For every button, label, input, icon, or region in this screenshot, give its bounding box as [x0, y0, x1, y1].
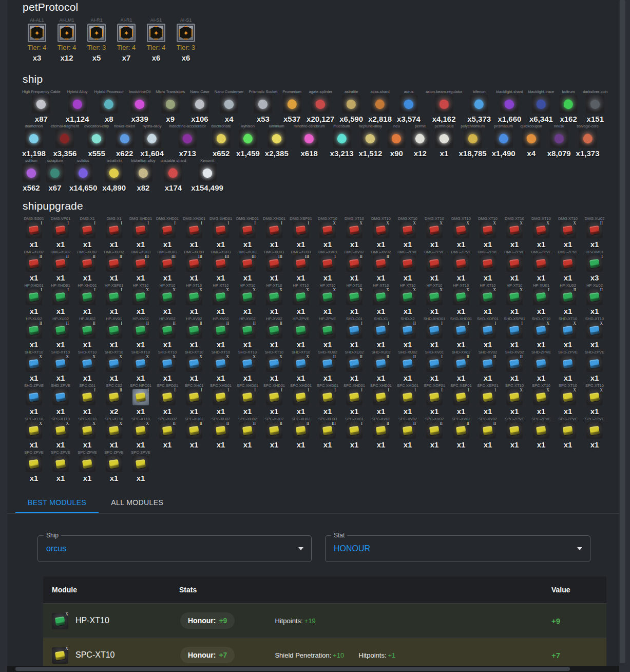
upgrade-item[interactable]: DMG-X1 I x1	[74, 216, 101, 249]
upgrade-item[interactable]: SPC-XHD01 I x1	[288, 383, 314, 416]
upgrade-item[interactable]: SPC-XT10 X x1	[528, 383, 555, 416]
resource-item[interactable]: kyhalon x1,459	[234, 124, 262, 158]
upgrade-item[interactable]: SPC-XHD01 I x1	[314, 383, 341, 416]
upgrade-item[interactable]: HP-XT10 X x1	[368, 283, 394, 315]
upgrade-item[interactable]: DMG-XU02 II x1	[581, 216, 608, 249]
upgrade-item[interactable]: HP-XT10 X x1	[474, 283, 501, 315]
upgrade-item[interactable]: SHD-XT10 X x1	[555, 316, 581, 349]
tab-best-modules[interactable]: BEST MODULES	[15, 491, 99, 513]
upgrade-item[interactable]: SPC-XOF01 I x1	[421, 383, 448, 416]
resource-item[interactable]: InodctrineOil x339	[126, 89, 153, 123]
upgrade-item[interactable]: SHD-XT10 X x1	[528, 316, 555, 349]
upgrade-item[interactable]: SPC-NPC01 I x1	[127, 383, 154, 416]
upgrade-item[interactable]: SPC-XV02 II x1	[394, 417, 421, 449]
upgrade-item[interactable]: SPC-XT10 X x1	[47, 417, 74, 449]
upgrade-item[interactable]: SPC-ZPVE x1	[101, 450, 127, 482]
upgrade-item[interactable]: HP-XT10 X x1	[127, 283, 154, 315]
upgrade-item[interactable]: SPC-XH01 I x1	[181, 383, 207, 416]
upgrade-item[interactable]: SHD-XU02 II x1	[394, 350, 421, 382]
upgrade-item[interactable]: HP-XU02 II x1	[555, 283, 581, 315]
upgrade-item[interactable]: DMG-XV01 I x1	[314, 250, 341, 282]
resource-item[interactable]: Promerium x537	[280, 89, 304, 123]
upgrade-item[interactable]: SHD-XV02 II x1	[501, 350, 528, 382]
upgrade-item[interactable]: DMG-ZPVE x1	[501, 250, 528, 282]
upgrade-item[interactable]: DMG-VP01 I x1	[47, 216, 74, 249]
upgrade-item[interactable]: DMG-XT10 X x1	[501, 216, 528, 249]
upgrade-item[interactable]: SPC-XV02 II x1	[368, 417, 394, 449]
upgrade-item[interactable]: HP-XU01 I x1	[528, 283, 555, 315]
resource-item[interactable]: agate-splinter x20,127	[304, 89, 337, 123]
resource-item[interactable]: mucosum x3,213	[328, 124, 356, 158]
upgrade-item[interactable]: SHD-XV02 II x1	[474, 350, 501, 382]
resource-item[interactable]: diametrion x1,198	[20, 124, 48, 158]
upgrade-item[interactable]: DMG-XU02 II x1	[101, 250, 127, 282]
upgrade-item[interactable]: HP-XV02 II x1	[234, 316, 261, 349]
upgrade-item[interactable]: DMG-XU03 III x1	[127, 250, 154, 282]
resource-item[interactable]: flower-token x622	[111, 124, 138, 158]
upgrade-item[interactable]: DMG-ZPVE x1	[394, 250, 421, 282]
upgrade-item[interactable]: DMG-ZPVE x1	[555, 250, 581, 282]
module-row[interactable]: X SPC-XT10 Honour: +7 Shield Penetration…	[43, 638, 606, 666]
upgrade-item[interactable]: DMG-XU02 II x1	[21, 250, 47, 282]
upgrade-item[interactable]: SPC-XT10 X x1	[127, 417, 154, 449]
upgrade-item[interactable]: SPC-ZPVE x1	[74, 450, 101, 482]
module-row[interactable]: X HP-XT10 Honour: +9 Hitpoints:+19 +9	[43, 604, 606, 638]
upgrade-item[interactable]: SPC-SPD01 I x1	[154, 383, 181, 416]
upgrade-item[interactable]: SPC-ZPVE x1	[501, 417, 528, 449]
resource-item[interactable]: Micro Transistors x9	[153, 89, 187, 123]
resource-item[interactable]: Nano Case x106	[187, 89, 212, 123]
upgrade-item[interactable]: SHD-XU02 II x1	[341, 350, 368, 382]
upgrade-item[interactable]: DMG-XU02 II x1	[74, 250, 101, 282]
upgrade-item[interactable]: SPC-XT10 X x1	[555, 383, 581, 416]
resource-item[interactable]: indoctrine-accelerator x713	[166, 124, 208, 158]
upgrade-item[interactable]: DMG-XU03 III x1	[181, 250, 207, 282]
resource-item[interactable]: Prismatic Socket x53	[246, 89, 280, 123]
ship-select[interactable]: Ship orcus	[37, 535, 312, 562]
upgrade-item[interactable]: HP-XT10 X x1	[341, 283, 368, 315]
upgrade-item[interactable]: SPC-XHD01 I x1	[394, 383, 421, 416]
upgrade-item[interactable]: SPC-XHD01 I x1	[261, 383, 288, 416]
upgrade-item[interactable]: SHD-C01 I x1	[341, 316, 368, 349]
upgrade-item[interactable]: SHD-ZPVE x1	[528, 350, 555, 382]
upgrade-item[interactable]: HP-XT10 X x1	[181, 283, 207, 315]
upgrade-item[interactable]: SPC-XHD01 I x1	[234, 383, 261, 416]
upgrade-item[interactable]: SHD-XU02 II x1	[314, 350, 341, 382]
resource-item[interactable]: schism x562	[20, 158, 43, 192]
upgrade-item[interactable]: HP-XHD01 I x1	[74, 283, 101, 315]
upgrade-item[interactable]: DMG-XT10 X x1	[394, 216, 421, 249]
upgrade-item[interactable]: HP-XU02 II x1	[581, 283, 608, 315]
upgrade-item[interactable]: DMG-XHD01 I x1	[127, 216, 154, 249]
upgrade-item[interactable]: DMG-XV02 II x1	[368, 250, 394, 282]
resource-item[interactable]: unstable-shard x174	[158, 158, 189, 192]
upgrade-item[interactable]: DMG-ZPVE x1	[474, 250, 501, 282]
upgrade-item[interactable]: HP-XV02 II x1	[207, 316, 234, 349]
upgrade-item[interactable]: HP-XT10 X x1	[421, 283, 448, 315]
horizontal-scrollbar-thumb[interactable]	[15, 667, 570, 671]
upgrade-item[interactable]: SPC-XV02 II x1	[474, 417, 501, 449]
resource-item[interactable]: solidus x14,650	[67, 158, 100, 192]
upgrade-item[interactable]: HP-XU02 II x1	[21, 316, 47, 349]
upgrade-item[interactable]: HP-XV01 I x1	[101, 316, 127, 349]
upgrade-item[interactable]: SPC-ZPVE x1	[555, 417, 581, 449]
upgrade-item[interactable]: SHD-XHD01 I x1	[421, 316, 448, 349]
pet-item[interactable]: AI-S1 ✦ Tier: 4 x6	[143, 17, 169, 66]
upgrade-item[interactable]: SHD-XT10 X x1	[101, 350, 127, 382]
upgrade-item[interactable]: SHD-XT10 X x1	[47, 350, 74, 382]
upgrade-item[interactable]: DMG-XU03 III x1	[234, 250, 261, 282]
upgrade-item[interactable]: HP-XT10 X x1	[448, 283, 474, 315]
pet-item[interactable]: AI-S1 ✦ Tier: 3 x6	[173, 17, 199, 66]
resource-item[interactable]: permit-plus x1	[432, 124, 456, 158]
resource-item[interactable]: triskelion-alloy x82	[128, 158, 158, 192]
upgrade-item[interactable]: DMG-XT10 X x1	[368, 216, 394, 249]
upgrade-item[interactable]: DMG-XU02 II x1	[47, 250, 74, 282]
upgrade-item[interactable]: SPC-XU02 II x1	[181, 417, 207, 449]
upgrade-item[interactable]: SPC-XV02 II x1	[448, 417, 474, 449]
upgrade-item[interactable]: SPC-XU02 II x1	[207, 417, 234, 449]
resource-item[interactable]: rinusk x8,079	[545, 124, 574, 158]
upgrade-item[interactable]: SHD-XT10 X x1	[127, 350, 154, 382]
upgrade-item[interactable]: SPC-XU02 II x1	[234, 417, 261, 449]
upgrade-item[interactable]: SPC-XU02 II x1	[261, 417, 288, 449]
upgrade-item[interactable]: SPC-ZPVE x1	[47, 450, 74, 482]
upgrade-item[interactable]: SHD-XU02 II x1	[368, 350, 394, 382]
upgrade-item[interactable]: DMG-ZPVE x1	[421, 250, 448, 282]
